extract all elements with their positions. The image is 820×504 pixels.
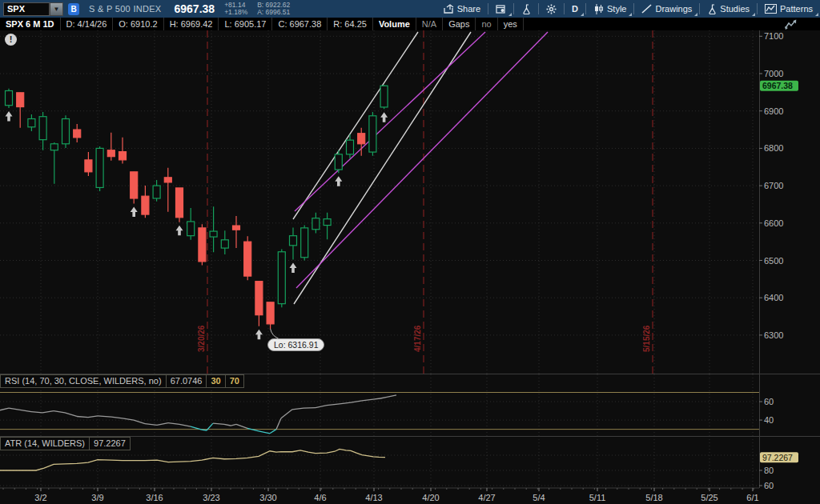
header-cell-7[interactable]: Volume <box>373 18 416 30</box>
rsi-value: 67.0746 <box>167 374 207 388</box>
bid-ask-block: B: 6922.62 A: 6996.51 <box>257 2 290 16</box>
top-toolbar: ▼ B S & P 500 INDEX 6967.38 +81.14 +1.18… <box>0 0 820 18</box>
svg-text:6967.38: 6967.38 <box>762 81 793 90</box>
svg-text:97.2267: 97.2267 <box>762 453 793 462</box>
svg-text:4/27: 4/27 <box>478 493 495 502</box>
svg-text:3/30: 3/30 <box>259 493 276 502</box>
last-price: 6967.38 <box>175 2 215 15</box>
share-icon <box>444 4 454 14</box>
svg-text:4/6: 4/6 <box>314 493 326 502</box>
settings-button[interactable] <box>539 0 564 18</box>
ask-value: A: 6996.51 <box>257 9 290 16</box>
svg-text:6/1: 6/1 <box>746 493 758 502</box>
chart-application: ▼ B S & P 500 INDEX 6967.38 +81.14 +1.18… <box>0 0 820 504</box>
symbol-dropdown-button[interactable]: ▼ <box>50 2 63 16</box>
change-block: +81.14 +1.18% <box>224 2 247 16</box>
svg-text:6900: 6900 <box>764 106 783 116</box>
rsi-params-label[interactable]: RSI (14, 70, 30, CLOSE, WILDERS, no) <box>0 374 167 388</box>
calendar-icon <box>496 4 506 14</box>
patterns-button[interactable]: Patterns <box>758 0 820 18</box>
header-cell-5: C: 6967.38 <box>272 18 328 30</box>
dropdown-corner-icon <box>508 13 512 16</box>
atr-study-header: ATR (14, WILDERS) 97.2267 <box>0 437 131 450</box>
header-cell-2: O: 6910.2 <box>113 18 163 30</box>
svg-text:4/20: 4/20 <box>422 493 439 502</box>
svg-text:7000: 7000 <box>764 69 783 78</box>
gear-icon <box>546 4 557 14</box>
drawings-icon <box>641 4 652 14</box>
rsi-study-header: RSI (14, 70, 30, CLOSE, WILDERS, no) 67.… <box>0 374 244 388</box>
info-alert-icon[interactable]: ! <box>5 34 17 46</box>
account-badge[interactable]: B <box>68 3 79 15</box>
svg-text:6700: 6700 <box>764 181 783 190</box>
svg-text:3/23: 3/23 <box>203 493 219 502</box>
drawings-button[interactable]: Drawings <box>634 0 699 18</box>
dropdown-corner-icon <box>581 13 584 16</box>
ohlc-header-strip: SPX 6 M 1DD: 4/14/26O: 6910.2H: 6969.42L… <box>0 18 820 30</box>
dropdown-corner-icon <box>752 13 755 16</box>
symbol-group: ▼ B S & P 500 INDEX 6967.38 +81.14 +1.18… <box>0 2 290 16</box>
timeframe-button-label: D <box>572 4 578 14</box>
svg-text:3/16: 3/16 <box>146 493 163 502</box>
svg-text:5/11: 5/11 <box>589 493 606 502</box>
studies-button-label: Studies <box>720 4 750 14</box>
index-name: S & P 500 INDEX <box>89 4 162 14</box>
svg-text:4/17/26: 4/17/26 <box>413 325 422 352</box>
header-cell-1: D: 4/14/26 <box>61 18 114 30</box>
svg-text:3/20/26: 3/20/26 <box>197 325 206 352</box>
low-annotation-bubble[interactable]: Lo: 6316.91 <box>267 338 324 351</box>
studies-button[interactable]: Studies <box>700 0 757 18</box>
svg-text:80: 80 <box>764 466 774 475</box>
dropdown-corner-icon <box>815 13 818 16</box>
flask-icon <box>521 4 531 14</box>
svg-text:5/4: 5/4 <box>533 493 545 502</box>
share-button[interactable]: Share <box>436 0 488 18</box>
svg-text:3/2: 3/2 <box>34 493 46 502</box>
svg-text:5/15/26: 5/15/26 <box>642 325 651 352</box>
dropdown-corner-icon <box>694 13 697 16</box>
atr-params-label[interactable]: ATR (14, WILDERS) <box>0 437 90 450</box>
patterns-icon <box>765 4 777 14</box>
svg-text:6800: 6800 <box>764 143 783 153</box>
axis-scale-icon[interactable] <box>785 19 799 34</box>
beaker-button[interactable] <box>514 0 538 18</box>
header-cell-3: H: 6969.42 <box>164 18 219 30</box>
timeframe-button[interactable]: D <box>565 0 585 18</box>
svg-text:60: 60 <box>764 481 774 490</box>
svg-text:6600: 6600 <box>764 218 783 228</box>
header-cell-0: SPX 6 M 1D <box>0 18 61 30</box>
header-cell-9[interactable]: Gaps <box>443 18 476 30</box>
svg-text:6500: 6500 <box>764 256 783 266</box>
svg-text:60: 60 <box>764 397 774 406</box>
svg-text:3/9: 3/9 <box>91 493 103 502</box>
svg-text:7100: 7100 <box>764 31 783 41</box>
header-cell-4: L: 6905.17 <box>219 18 272 30</box>
svg-text:6400: 6400 <box>764 293 783 302</box>
header-cell-10[interactable]: no <box>476 18 497 30</box>
svg-text:4/13: 4/13 <box>365 493 382 502</box>
rsi-overbought-level[interactable]: 70 <box>226 374 244 388</box>
patterns-button-label: Patterns <box>780 4 813 14</box>
price-change-pct: +1.18% <box>224 9 247 16</box>
svg-text:5/18: 5/18 <box>645 493 662 502</box>
share-button-label: Share <box>457 4 480 14</box>
header-cell-6: R: 64.25 <box>328 18 373 30</box>
header-cell-11[interactable]: yes <box>498 18 524 30</box>
svg-text:40: 40 <box>764 415 774 425</box>
style-button-label: Style <box>607 4 626 14</box>
calendar-button[interactable] <box>488 0 513 18</box>
svg-text:5/25: 5/25 <box>701 493 718 502</box>
atr-value: 97.2267 <box>90 437 131 450</box>
flask-icon <box>707 4 717 14</box>
toolbar-buttons: ShareDStyleDrawingsStudiesPatterns <box>436 0 820 18</box>
drawings-button-label: Drawings <box>655 4 692 14</box>
dropdown-corner-icon <box>629 13 632 16</box>
style-button[interactable]: Style <box>586 0 633 18</box>
symbol-input[interactable] <box>3 2 50 16</box>
rsi-oversold-level[interactable]: 30 <box>207 374 225 388</box>
price-chart-canvas[interactable]: 3/20/264/17/265/15/267100700069006800670… <box>0 30 820 504</box>
svg-text:6300: 6300 <box>764 330 783 340</box>
header-cell-8[interactable]: N/A <box>416 18 443 30</box>
style-icon <box>593 4 604 14</box>
